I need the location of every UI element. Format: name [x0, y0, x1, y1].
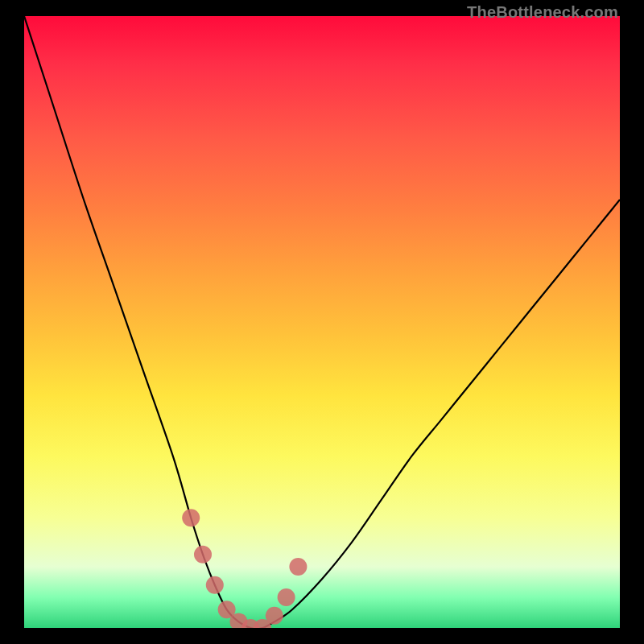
- marker-point: [194, 546, 212, 564]
- bottleneck-curve-path: [24, 16, 620, 628]
- marker-point: [182, 509, 200, 526]
- curve-line: [24, 16, 620, 628]
- marker-point: [289, 558, 307, 576]
- curve-layer: [24, 16, 620, 628]
- marker-point: [266, 607, 283, 625]
- watermark-text: TheBottleneck.com: [467, 3, 618, 22]
- chart-frame: TheBottleneck.com: [0, 0, 644, 644]
- plot-area: [24, 16, 620, 628]
- marker-point: [278, 588, 295, 606]
- marker-group: [182, 509, 307, 628]
- marker-point: [206, 576, 224, 594]
